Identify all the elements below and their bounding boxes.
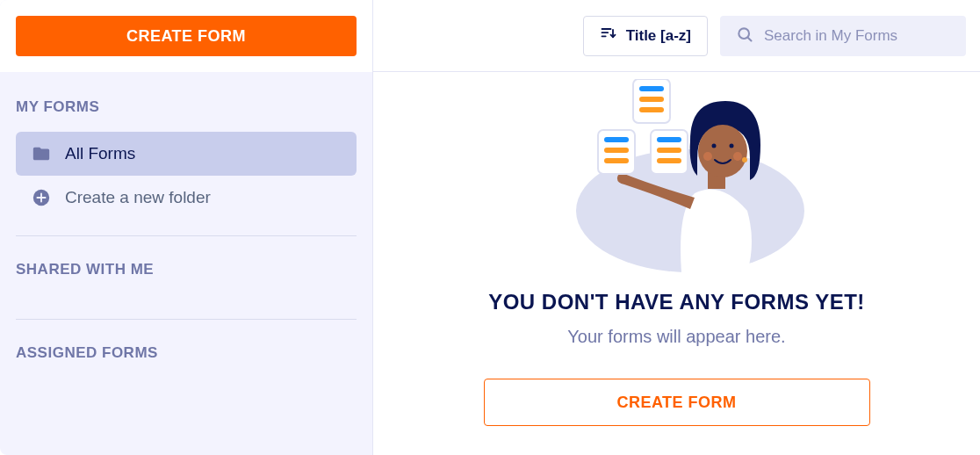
empty-state: YOU DON'T HAVE ANY FORMS YET! Your forms…	[373, 72, 980, 455]
create-button-wrapper: CREATE FORM	[0, 0, 372, 72]
empty-create-form-button[interactable]: CREATE FORM	[484, 379, 870, 426]
sort-label: Title [a-z]	[626, 27, 691, 45]
main-content: Title [a-z]	[373, 0, 980, 455]
svg-point-4	[698, 125, 747, 177]
svg-point-6	[729, 144, 733, 148]
search-wrapper[interactable]	[720, 16, 966, 56]
sort-button[interactable]: Title [a-z]	[583, 16, 708, 56]
sidebar-section-assigned[interactable]: ASSIGNED FORMS	[16, 320, 357, 386]
svg-rect-16	[604, 148, 629, 153]
sidebar-item-create-folder[interactable]: Create a new folder	[16, 176, 357, 220]
svg-point-7	[703, 152, 712, 161]
search-input[interactable]	[764, 27, 950, 45]
svg-rect-12	[639, 97, 664, 102]
svg-rect-11	[639, 86, 664, 91]
sidebar-section-shared[interactable]: SHARED WITH ME	[16, 236, 357, 303]
sidebar-scroll[interactable]: MY FORMS All Forms Create a new folder S…	[0, 72, 372, 455]
sort-icon	[600, 25, 617, 47]
svg-rect-13	[639, 107, 664, 112]
folder-icon	[32, 144, 51, 163]
create-form-button[interactable]: CREATE FORM	[16, 16, 357, 56]
svg-point-8	[733, 152, 742, 161]
sidebar-item-all-forms[interactable]: All Forms	[16, 132, 357, 176]
svg-point-5	[711, 144, 716, 148]
svg-rect-20	[657, 148, 681, 153]
section-header-my-forms: MY FORMS	[16, 72, 357, 132]
svg-rect-15	[604, 137, 629, 142]
sidebar-item-label: Create a new folder	[65, 188, 211, 207]
topbar: Title [a-z]	[373, 0, 980, 72]
svg-rect-17	[604, 158, 629, 163]
search-icon	[736, 25, 753, 47]
svg-point-9	[742, 157, 747, 162]
svg-rect-19	[657, 137, 681, 142]
empty-subtitle: Your forms will appear here.	[567, 327, 785, 347]
sidebar: CREATE FORM MY FORMS All Forms Create a …	[0, 0, 373, 455]
sidebar-item-label: All Forms	[65, 144, 135, 163]
empty-title: YOU DON'T HAVE ANY FORMS YET!	[488, 290, 865, 314]
svg-rect-21	[657, 158, 681, 163]
empty-illustration	[550, 79, 804, 272]
plus-circle-icon	[32, 188, 51, 207]
